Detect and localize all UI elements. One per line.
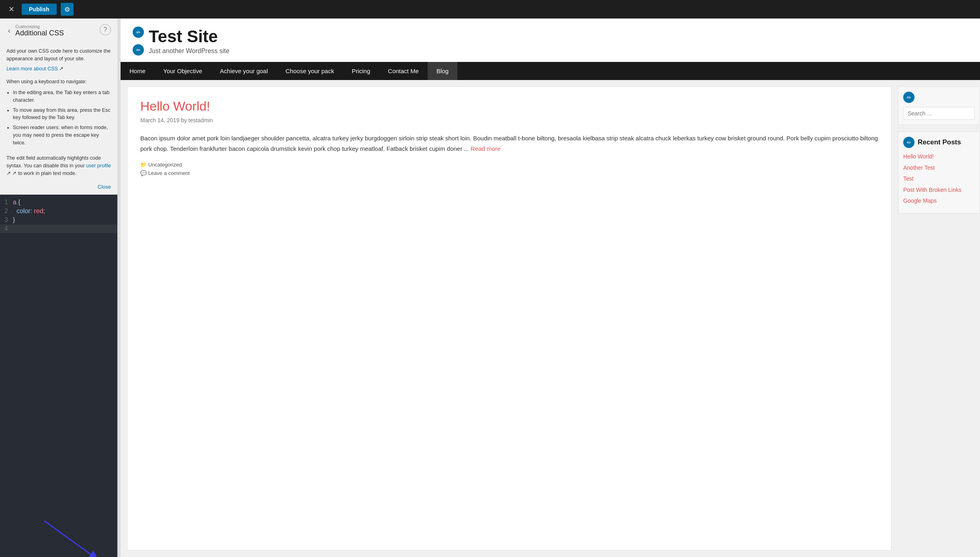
search-input[interactable] — [903, 107, 975, 120]
sidebar-title-block: Customizing Additional CSS — [15, 24, 64, 37]
code-editor-section[interactable]: 1 a { 2 color: red; 3 } — [0, 194, 117, 557]
post-excerpt: Bacon ipsum dolor amet pork loin landjae… — [140, 133, 878, 154]
code-line-4: 4 — [0, 224, 117, 233]
close-button[interactable]: ✕ — [5, 3, 18, 16]
keyboard-nav-title: When using a keyboard to navigate: — [6, 78, 111, 86]
external-link-icon: ↗ — [6, 171, 11, 176]
nav-item-achieve[interactable]: Achieve your goal — [211, 62, 277, 80]
sidebar-outer: ‹ Customizing Additional CSS ? Add your … — [0, 18, 121, 557]
help-button[interactable]: ? — [100, 24, 111, 35]
site-tagline: Just another WordPress site — [149, 47, 230, 55]
sidebar-page-title: Additional CSS — [15, 29, 64, 37]
recent-post-link-1[interactable]: Hello World! — [903, 153, 975, 161]
learn-more-link[interactable]: Learn more about CSS — [6, 66, 58, 72]
svg-line-0 — [44, 521, 94, 557]
line-number: 3 — [0, 216, 13, 224]
post-excerpt-text: Bacon ipsum dolor amet pork loin landjae… — [140, 135, 878, 152]
code-line-2: 2 color: red; — [0, 207, 117, 216]
tagline-pencil-icon[interactable]: ✏ — [133, 44, 144, 55]
arrow-annotation — [16, 517, 105, 557]
line-number: 4 — [0, 225, 13, 232]
recent-posts-title: Recent Posts — [918, 138, 961, 146]
site-title: Test Site — [149, 27, 230, 46]
site-nav: Home Your Objective Achieve your goal Ch… — [121, 62, 980, 80]
recent-posts-header: ✏ Recent Posts — [903, 137, 975, 148]
site-header-text: Test Site Just another WordPress site — [149, 27, 230, 55]
main-layout: ‹ Customizing Additional CSS ? Add your … — [0, 18, 980, 557]
keyboard-nav-list: In the editing area, the Tab key enters … — [6, 89, 111, 146]
back-button[interactable]: ‹ — [6, 27, 12, 35]
recent-post-link-3[interactable]: Test — [903, 175, 975, 183]
list-item: Screen reader users: when in forms mode,… — [13, 124, 111, 146]
recent-post-link-5[interactable]: Google Maps — [903, 197, 975, 205]
list-item: In the editing area, the Tab key enters … — [13, 89, 111, 104]
recent-post-link-2[interactable]: Another Test — [903, 164, 975, 172]
read-more-link[interactable]: Read more — [471, 145, 500, 152]
publish-button[interactable]: Publish — [22, 4, 57, 15]
post-footer: 📁 Uncategorized 💬 Leave a comment — [140, 162, 878, 176]
post-comment: 💬 Leave a comment — [140, 170, 878, 176]
settings-button[interactable]: ⚙ — [61, 3, 74, 16]
close-link[interactable]: Close — [98, 184, 111, 190]
line-number: 2 — [0, 208, 13, 215]
post-meta: March 14, 2019 by testadmin — [140, 117, 878, 123]
category-link[interactable]: Uncategorized — [148, 162, 182, 168]
keyboard-nav-section: When using a keyboard to navigate: In th… — [0, 78, 117, 154]
recent-post-link-4[interactable]: Post With Broken Links — [903, 186, 975, 194]
line-content: a { — [13, 199, 21, 206]
line-content — [13, 225, 14, 232]
line-content: color: red; — [13, 208, 45, 215]
customizing-label: Customizing — [15, 24, 64, 29]
edit-field-note: The edit field automatically highlights … — [0, 154, 117, 183]
search-widget: ✏ — [898, 86, 980, 125]
learn-more-row: Learn more about CSS ↗ — [6, 65, 111, 73]
sidebar-info-text: Add your own CSS code here to customize … — [6, 47, 111, 63]
sidebar-scrollbar[interactable] — [117, 18, 121, 557]
nav-item-objective[interactable]: Your Objective — [154, 62, 211, 80]
edit-field-note-text-2: ↗ to work in plain text mode. — [11, 171, 76, 176]
nav-item-pack[interactable]: Choose your pack — [277, 62, 343, 80]
comment-link[interactable]: Leave a comment — [148, 170, 190, 176]
site-header: ✏ ✏ Test Site Just another WordPress sit… — [121, 18, 980, 62]
sidebar: ‹ Customizing Additional CSS ? Add your … — [0, 18, 117, 557]
title-pencil-icon[interactable]: ✏ — [133, 27, 144, 38]
post-title: Hello World! — [140, 99, 878, 114]
user-profile-link[interactable]: user profile — [86, 163, 111, 169]
close-link-row: Close — [0, 183, 117, 194]
nav-item-contact[interactable]: Contact Me — [379, 62, 428, 80]
nav-item-home[interactable]: Home — [121, 62, 154, 80]
search-pencil-icon[interactable]: ✏ — [903, 92, 914, 103]
nav-item-blog[interactable]: Blog — [428, 62, 457, 80]
top-bar: ✕ Publish ⚙ — [0, 0, 980, 18]
line-number: 1 — [0, 199, 13, 206]
post-category: 📁 Uncategorized — [140, 162, 878, 168]
sidebar-header-left: ‹ Customizing Additional CSS — [6, 24, 64, 37]
recent-posts-pencil-icon[interactable]: ✏ — [903, 137, 914, 148]
list-item: To move away from this area, press the E… — [13, 107, 111, 122]
sidebar-info: Add your own CSS code here to customize … — [0, 42, 117, 78]
content-area: Hello World! March 14, 2019 by testadmin… — [121, 80, 980, 557]
header-icons-col: ✏ ✏ — [133, 27, 144, 55]
code-lines: 1 a { 2 color: red; 3 } — [0, 195, 117, 517]
preview-pane: ✏ ✏ Test Site Just another WordPress sit… — [121, 18, 980, 557]
right-sidebar: ✏ ✏ Recent Posts Hello World! Another Te… — [892, 80, 980, 557]
recent-posts-widget: ✏ Recent Posts Hello World! Another Test… — [898, 132, 980, 214]
code-line-3: 3 } — [0, 216, 117, 224]
sidebar-header: ‹ Customizing Additional CSS ? — [0, 18, 117, 42]
line-content: } — [13, 216, 15, 224]
main-content: Hello World! March 14, 2019 by testadmin… — [127, 86, 892, 551]
search-widget-header: ✏ — [903, 92, 975, 103]
nav-item-pricing[interactable]: Pricing — [343, 62, 379, 80]
external-icon: ↗ — [59, 66, 64, 72]
code-line-1: 1 a { — [0, 198, 117, 207]
